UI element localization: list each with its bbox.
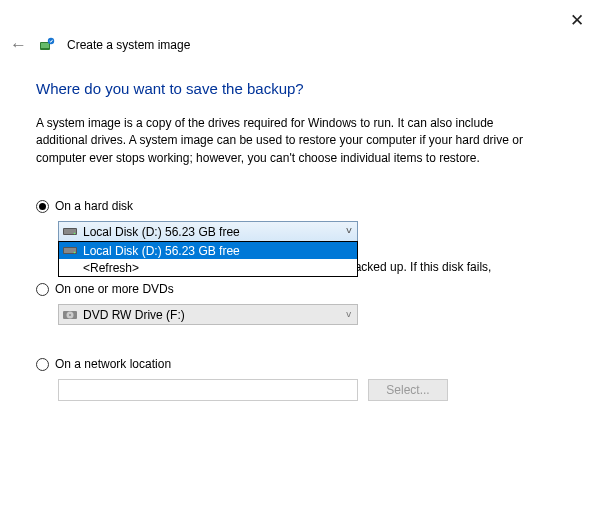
back-arrow-icon[interactable]: ← <box>10 36 27 53</box>
svg-point-11 <box>69 314 71 316</box>
dropdown-item-label: Local Disk (D:) 56.23 GB free <box>83 244 240 258</box>
dvd-selected: DVD RW Drive (F:) <box>83 308 185 322</box>
dropdown-item-local-disk[interactable]: Local Disk (D:) 56.23 GB free <box>59 242 357 259</box>
option-network: On a network location Select... <box>36 357 564 401</box>
radio-dvd[interactable]: On one or more DVDs <box>36 282 564 296</box>
hard-disk-dropdown-list: Local Disk (D:) 56.23 GB free <Refresh> <box>58 241 358 277</box>
chevron-down-icon: ⅴ <box>346 224 352 235</box>
dvd-dropdown[interactable]: DVD RW Drive (F:) ⅴ <box>58 304 358 325</box>
radio-label-network: On a network location <box>55 357 171 371</box>
option-hard-disk: On a hard disk Local Disk (D:) 56.23 GB … <box>36 199 564 242</box>
radio-label-hard-disk: On a hard disk <box>55 199 133 213</box>
radio-label-dvd: On one or more DVDs <box>55 282 174 296</box>
hard-drive-icon <box>63 226 83 237</box>
page-heading: Where do you want to save the backup? <box>36 80 564 97</box>
hard-disk-dropdown[interactable]: Local Disk (D:) 56.23 GB free ⅴ <box>58 221 358 242</box>
system-image-icon <box>39 37 55 53</box>
svg-point-5 <box>74 233 76 235</box>
dvd-drive-icon <box>63 308 83 322</box>
radio-icon <box>36 200 49 213</box>
refresh-label: <Refresh> <box>83 261 139 275</box>
network-location-input[interactable] <box>58 379 358 401</box>
header: ← Create a system image <box>10 36 190 53</box>
page-description: A system image is a copy of the drives r… <box>36 115 548 167</box>
radio-hard-disk[interactable]: On a hard disk <box>36 199 564 213</box>
hard-drive-icon <box>63 245 83 256</box>
hard-disk-selected: Local Disk (D:) 56.23 GB free <box>83 225 240 239</box>
option-dvd: On one or more DVDs DVD RW Drive (F:) ⅴ <box>36 282 564 325</box>
svg-point-2 <box>48 37 54 43</box>
close-button[interactable]: ✕ <box>570 10 584 31</box>
chevron-down-icon: ⅴ <box>346 309 351 319</box>
radio-icon <box>36 358 49 371</box>
radio-icon <box>36 283 49 296</box>
dropdown-item-refresh[interactable]: <Refresh> <box>59 259 357 276</box>
svg-rect-1 <box>41 43 49 48</box>
window-title: Create a system image <box>67 38 190 52</box>
select-button[interactable]: Select... <box>368 379 448 401</box>
svg-point-8 <box>74 252 76 254</box>
radio-network[interactable]: On a network location <box>36 357 564 371</box>
